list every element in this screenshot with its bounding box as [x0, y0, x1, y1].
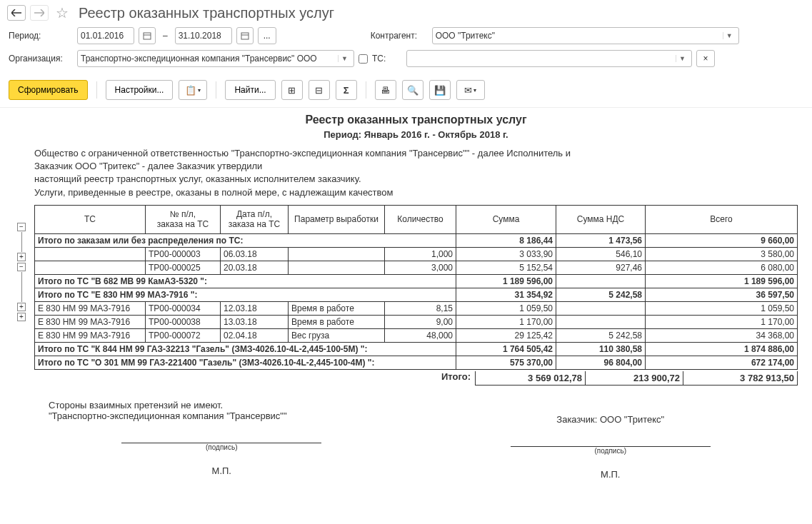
expand-icon: ⊞ — [288, 85, 296, 96]
collapse-icon: ⊟ — [315, 85, 323, 96]
date-to-calendar-button[interactable] — [236, 27, 254, 44]
signature-text-left: Стороны взаимных претензий не имеют. — [49, 400, 395, 410]
settings-variants-button[interactable]: 📋▾ — [179, 80, 207, 100]
outline-expand-button[interactable]: + — [17, 313, 26, 321]
date-from-input[interactable]: 01.01.2016 — [77, 27, 134, 44]
org-label: Организация: — [9, 54, 73, 64]
signature-text-right: Заказчик: ООО "Тритекс" — [438, 414, 784, 425]
table-row: Итого по заказам или без распределения п… — [35, 233, 798, 247]
table-row: Е 830 НМ 99 МАЗ-7916ТР00-00003813.03.18В… — [35, 315, 798, 328]
dropdown-icon[interactable]: ▼ — [676, 55, 688, 62]
col-total: Всего — [646, 205, 798, 233]
expand-groups-button[interactable]: ⊞ — [281, 80, 303, 100]
favorite-star-icon[interactable]: ☆ — [56, 4, 69, 21]
report-intro: Общество с ограниченной ответственностью… — [34, 147, 798, 199]
report-table: ТС № п/л, заказа на ТС Дата п/л, заказа … — [34, 205, 798, 370]
ts-checkbox[interactable] — [359, 54, 368, 64]
settings-button[interactable]: Настройки... — [106, 80, 174, 100]
outline-gutter: − + − + + — [0, 108, 29, 487]
date-from-calendar-button[interactable] — [139, 27, 156, 44]
dropdown-icon[interactable]: ▼ — [338, 55, 351, 62]
table-row: Итого по ТС "Е 830 НМ 99 МАЗ-7916 ":31 3… — [35, 288, 798, 301]
mail-icon: ✉ — [464, 85, 472, 96]
table-row: Итого по ТС "В 682 МВ 99 КамАЗ-5320 ":1 … — [35, 274, 798, 288]
save-icon: 💾 — [434, 85, 446, 96]
signature-caption: (подпись) — [511, 447, 711, 455]
calendar-icon — [241, 31, 249, 40]
ts-clear-button[interactable]: × — [696, 50, 715, 67]
generate-button[interactable]: Сформировать — [9, 80, 88, 100]
col-param: Параметр выработки — [289, 205, 385, 233]
table-row: Итого по ТС "О 301 ММ 99 ГАЗ-221400 "Газ… — [35, 356, 798, 369]
report-subtitle: Период: Январь 2016 г. - Октябрь 2018 г. — [34, 129, 798, 140]
contragent-label: Контрагент: — [371, 31, 428, 41]
ts-label: ТС: — [372, 54, 402, 64]
sum-button[interactable]: Σ — [336, 80, 357, 100]
table-row: ТР00-00002520.03.183,0005 152,54927,466 … — [35, 261, 798, 274]
col-qty: Количество — [385, 205, 456, 233]
contragent-combo[interactable]: ООО "Тритекс" ▼ — [432, 27, 739, 44]
col-ts: ТС — [35, 205, 146, 233]
collapse-groups-button[interactable]: ⊟ — [309, 80, 330, 100]
period-choose-button[interactable]: ... — [258, 27, 276, 44]
print-button[interactable]: 🖶 — [375, 80, 396, 100]
report-title: Реестр оказанных транспортных услуг — [34, 114, 798, 126]
outline-collapse-button[interactable]: − — [17, 263, 26, 271]
outline-expand-button[interactable]: + — [17, 253, 26, 261]
printer-icon: 🖶 — [381, 85, 390, 96]
dropdown-icon[interactable]: ▼ — [723, 32, 736, 39]
sigma-icon: Σ — [344, 85, 349, 96]
svg-rect-2 — [241, 33, 249, 39]
col-vat: Сумма НДС — [556, 205, 646, 233]
stamp-marker: М.П. — [49, 465, 395, 476]
ts-combo[interactable]: ▼ — [406, 50, 692, 67]
grand-total-row: Итого: 3 569 012,78 213 900,72 3 782 913… — [34, 371, 798, 386]
table-row: Е 830 НМ 99 МАЗ-7916ТР00-00007202.04.18В… — [35, 328, 798, 342]
svg-rect-0 — [144, 33, 151, 39]
stamp-marker: М.П. — [438, 469, 784, 480]
period-label: Период: — [9, 31, 73, 41]
forward-button[interactable] — [30, 5, 49, 21]
date-to-input[interactable]: 31.10.2018 — [175, 27, 232, 44]
back-button[interactable] — [7, 5, 26, 21]
col-order-date: Дата п/л, заказа на ТС — [221, 205, 289, 233]
paste-icon: 📋 — [185, 85, 196, 96]
report-body: Реестр оказанных транспортных услуг Пери… — [29, 108, 812, 487]
org-combo[interactable]: Транспортно-экспедиционная компания "Тра… — [77, 50, 354, 67]
page-title: Реестр оказанных транспортных услуг — [79, 5, 334, 21]
col-sum: Сумма — [456, 205, 556, 233]
calendar-icon — [143, 31, 151, 40]
save-button[interactable]: 💾 — [429, 80, 451, 100]
outline-expand-button[interactable]: + — [17, 303, 26, 311]
send-button[interactable]: ✉▾ — [456, 80, 485, 100]
col-order-no: № п/л, заказа на ТС — [146, 205, 221, 233]
table-row: ТР00-00000306.03.181,0003 033,90546,103 … — [35, 247, 798, 261]
page-preview-icon: 🔍 — [407, 85, 418, 96]
signature-caption: (подпись) — [121, 443, 321, 451]
table-row: Итого по ТС "К 844 НМ 99 ГАЗ-32213 "Газе… — [35, 342, 798, 356]
preview-button[interactable]: 🔍 — [402, 80, 423, 100]
table-row: Е 830 НМ 99 МАЗ-7916ТР00-00003412.03.18В… — [35, 301, 798, 315]
outline-collapse-button[interactable]: − — [17, 223, 26, 231]
find-button[interactable]: Найти... — [225, 80, 275, 100]
